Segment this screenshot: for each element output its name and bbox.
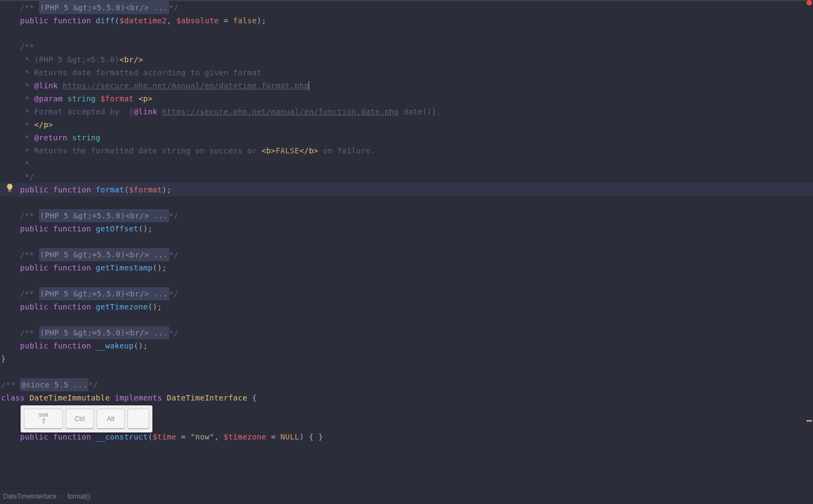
doc-link[interactable]: https://secure.php.net/manual/en/datetim… (63, 79, 309, 92)
blank-line (0, 313, 813, 326)
blank-line (0, 274, 813, 287)
breadcrumb[interactable]: DateTimeInterface › format() (0, 488, 813, 504)
svg-rect-1 (9, 191, 11, 192)
code-line[interactable]: /** (PHP 5 &gt;=5.5.0)<br/> ...*/ (0, 248, 813, 261)
fold-marker[interactable]: (PHP 5 &gt;=5.5.0)<br/> ... (39, 326, 169, 339)
code-line[interactable]: * (PHP 5 &gt;=5.5.0)<br/> (0, 53, 813, 66)
blank-line (0, 365, 813, 378)
code-line[interactable]: * Format accepted by {@link https://secu… (0, 105, 813, 118)
code-line[interactable]: } (0, 352, 813, 365)
code-line[interactable]: /** (0, 40, 813, 53)
code-line[interactable]: /** (PHP 5 &gt;=5.5.0)<br/> ...*/ (0, 209, 813, 222)
code-line[interactable]: * @param string $format <p> (0, 92, 813, 105)
code-line[interactable]: public function getTimestamp(); (0, 261, 813, 274)
text-cursor (309, 81, 309, 90)
code-line[interactable]: /** (PHP 5 &gt;=5.5.0)<br/> ...*/ (0, 1, 813, 14)
code-line[interactable]: /** @since 5.5 ...*/ (0, 378, 813, 391)
keycap-ctrl: Ctrl (66, 409, 94, 429)
code-line[interactable]: */ (0, 170, 813, 183)
code-line[interactable]: /** (PHP 5 &gt;=5.5.0)<br/> ...*/ (0, 326, 813, 339)
blank-line (0, 27, 813, 40)
keycap-overlay: Shift ⇧ Ctrl Alt (21, 405, 152, 432)
svg-rect-0 (8, 190, 11, 191)
code-line[interactable]: * @link https://secure.php.net/manual/en… (0, 79, 813, 92)
blank-line (0, 235, 813, 248)
breadcrumb-item[interactable]: format() (67, 493, 90, 500)
fold-marker[interactable]: @since 5.5 ... (20, 378, 88, 391)
keycap-shift: Shift ⇧ (24, 409, 63, 429)
fold-marker[interactable]: (PHP 5 &gt;=5.5.0)<br/> ... (39, 287, 169, 300)
fold-marker[interactable]: (PHP 5 &gt;=5.5.0)<br/> ... (39, 209, 169, 222)
code-line[interactable]: * Returns date formatted according to gi… (0, 66, 813, 79)
code-line[interactable]: public function getOffset(); (0, 222, 813, 235)
fold-marker[interactable]: (PHP 5 &gt;=5.5.0)<br/> ... (39, 248, 169, 261)
code-line[interactable]: /** (PHP 5 &gt;=5.5.0)<br/> ...*/ (0, 287, 813, 300)
code-line[interactable]: public function __wakeup(); (0, 339, 813, 352)
code-line[interactable]: * Returns the formatted date string on s… (0, 144, 813, 157)
keycap-blank (127, 409, 149, 429)
shift-arrow-icon: ⇧ (41, 417, 47, 425)
intention-bulb-icon[interactable] (5, 183, 14, 192)
code-line[interactable]: class DateTimeImmutable implements DateT… (0, 391, 813, 404)
blank-line (0, 196, 813, 209)
breadcrumb-separator-icon: › (61, 493, 63, 500)
code-line[interactable]: public function getTimezone(); (0, 300, 813, 313)
code-editor[interactable]: /** (PHP 5 &gt;=5.5.0)<br/> ...*/ public… (0, 1, 813, 443)
breadcrumb-item[interactable]: DateTimeInterface (3, 493, 56, 500)
code-line[interactable]: public function diff($datetime2, $absolu… (0, 14, 813, 27)
code-line[interactable]: * (0, 157, 813, 170)
doc-link[interactable]: https://secure.php.net/manual/en/functio… (162, 105, 399, 118)
code-line[interactable]: * </p> (0, 118, 813, 131)
fold-marker[interactable]: (PHP 5 &gt;=5.5.0)<br/> ... (39, 1, 169, 14)
code-line[interactable]: * @return string (0, 131, 813, 144)
keycap-alt: Alt (97, 409, 125, 429)
code-line-active[interactable]: public function format($format); (0, 183, 813, 196)
